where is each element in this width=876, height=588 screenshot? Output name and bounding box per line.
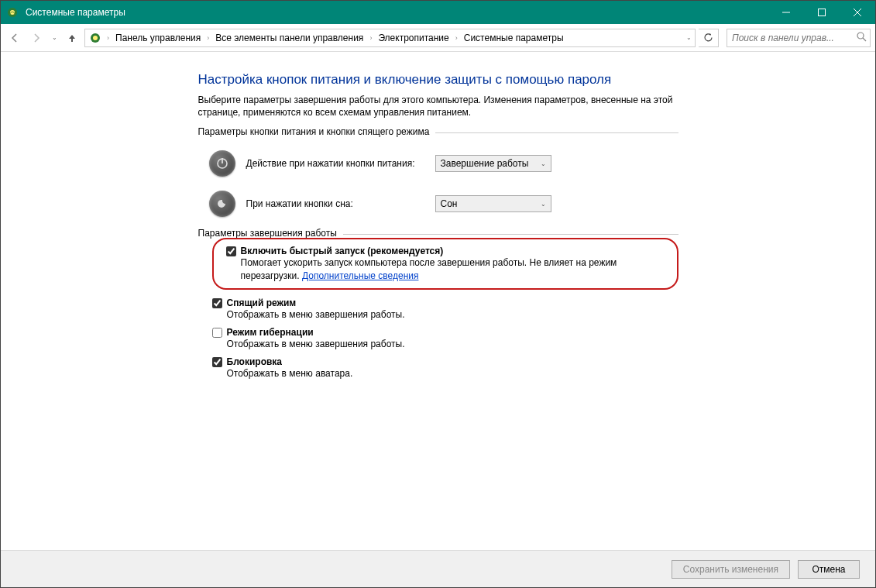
fast-startup-title: Включить быстрый запуск (рекомендуется) (241, 246, 444, 256)
group-power-buttons: Параметры кнопки питания и кнопки спящег… (198, 132, 678, 217)
option-sleep: Спящий режим Отображать в меню завершени… (212, 297, 678, 321)
row-power-button-action: Действие при нажатии кнопки питания: Зав… (209, 150, 678, 177)
fast-startup-checkbox[interactable] (226, 246, 236, 256)
control-panel-icon (88, 32, 102, 44)
option-fast-startup: Включить быстрый запуск (рекомендуется) … (212, 238, 678, 289)
sleep-title: Спящий режим (227, 297, 297, 308)
group-legend: Параметры кнопки питания и кнопки спящег… (198, 126, 436, 137)
hibernate-desc: Отображать в меню завершения работы. (227, 338, 678, 350)
up-button[interactable] (63, 29, 81, 47)
hibernate-title: Режим гибернации (227, 327, 314, 338)
search-box[interactable] (727, 29, 871, 47)
titlebar: Системные параметры (1, 1, 875, 24)
maximize-button[interactable] (804, 1, 840, 24)
sleep-desc: Отображать в меню завершения работы. (227, 308, 678, 321)
chevron-down-icon: ⌄ (541, 160, 546, 167)
fast-startup-desc-text: Помогает ускорить запуск компьютера посл… (241, 257, 617, 280)
refresh-button[interactable] (699, 29, 719, 47)
sleep-checkbox[interactable] (212, 298, 222, 308)
power-button-action-dropdown[interactable]: Завершение работы ⌄ (435, 155, 551, 172)
cancel-button[interactable]: Отмена (798, 560, 860, 579)
row-sleep-button-action: При нажатии кнопки сна: Сон ⌄ (209, 191, 678, 217)
chevron-right-icon: › (452, 34, 461, 42)
back-button[interactable] (5, 29, 24, 47)
lock-desc: Отображать в меню аватара. (227, 367, 678, 380)
close-button[interactable] (840, 1, 875, 24)
group-shutdown-settings: Параметры завершения работы Включить быс… (198, 234, 678, 380)
fast-startup-more-link[interactable]: Дополнительные сведения (302, 270, 418, 281)
crumb-power[interactable]: Электропитание (376, 33, 450, 43)
window-title: Системные параметры (24, 7, 125, 18)
content-area: Настройка кнопок питания и включение защ… (1, 52, 875, 550)
svg-point-8 (857, 33, 864, 39)
search-icon (857, 32, 867, 44)
crumb-control-panel[interactable]: Панель управления (114, 33, 202, 43)
search-input[interactable] (730, 30, 857, 46)
hibernate-checkbox[interactable] (212, 328, 222, 338)
option-lock: Блокировка Отображать в меню аватара. (212, 356, 678, 380)
forward-button[interactable] (27, 29, 46, 47)
svg-rect-3 (819, 9, 826, 16)
group-legend: Параметры завершения работы (198, 228, 343, 239)
chevron-down-icon: ⌄ (541, 201, 546, 208)
app-icon (1, 6, 24, 19)
chevron-right-icon: › (104, 34, 112, 42)
page-title: Настройка кнопок питания и включение защ… (198, 72, 678, 88)
svg-point-7 (93, 36, 98, 40)
page-description: Выберите параметры завершения работы для… (198, 94, 678, 119)
chevron-right-icon: › (366, 34, 375, 42)
chevron-right-icon: › (204, 34, 212, 42)
fast-startup-desc: Помогает ускорить запуск компьютера посл… (241, 256, 666, 281)
save-button[interactable]: Сохранить изменения (672, 560, 790, 579)
sleep-icon (209, 191, 235, 217)
nav-row: ⌄ › Панель управления › Все элементы пан… (1, 24, 875, 52)
recent-dropdown[interactable]: ⌄ (49, 34, 60, 41)
crumb-system-settings[interactable]: Системные параметры (462, 33, 565, 43)
sleep-button-action-label: При нажатии кнопки сна: (246, 198, 424, 209)
crumb-all-items[interactable]: Все элементы панели управления (214, 33, 365, 43)
lock-title: Блокировка (227, 356, 283, 367)
dropdown-value: Сон (441, 198, 458, 209)
power-button-action-label: Действие при нажатии кнопки питания: (246, 158, 424, 169)
dropdown-value: Завершение работы (441, 158, 529, 169)
option-hibernate: Режим гибернации Отображать в меню завер… (212, 327, 678, 350)
sleep-button-action-dropdown[interactable]: Сон ⌄ (435, 195, 551, 212)
footer-bar: Сохранить изменения Отмена (1, 550, 875, 587)
address-dropdown-icon[interactable]: ⌄ (682, 34, 692, 41)
address-bar[interactable]: › Панель управления › Все элементы панел… (84, 29, 696, 47)
lock-checkbox[interactable] (212, 357, 222, 367)
minimize-button[interactable] (768, 1, 804, 24)
svg-line-9 (863, 38, 866, 41)
power-icon (209, 150, 235, 177)
